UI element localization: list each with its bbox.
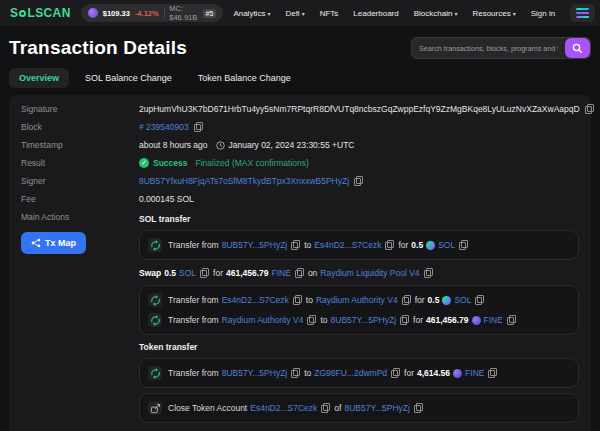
from-address-link[interactable]: 8UB57Y...5PHyZj xyxy=(222,240,288,250)
nav-sign-in[interactable]: Sign in xyxy=(531,9,555,18)
token-link[interactable]: FINE xyxy=(465,368,484,378)
copy-icon[interactable] xyxy=(475,295,484,305)
copy-icon[interactable] xyxy=(354,176,363,186)
copy-icon[interactable] xyxy=(295,268,304,278)
signer-address-link[interactable]: 8UB57YfxuH8FjqATs7oSfM8TkydBTpx3XnxxwB5P… xyxy=(139,176,349,186)
solana-menu-button[interactable] xyxy=(570,4,595,22)
close-account-row: Close Token Account Es4nD2...S7Cezk of 8… xyxy=(148,398,570,418)
result-confirmation: Finalized (MAX confirmations) xyxy=(196,158,309,168)
transfer-amount: 0.5 xyxy=(411,240,423,250)
nav-leaderboard[interactable]: Leaderboard xyxy=(353,9,398,18)
nav-blockchain[interactable]: Blockchain▾ xyxy=(414,9,458,18)
token-transfer-title: Token transfer xyxy=(139,340,579,356)
token-link[interactable]: FINE xyxy=(484,315,503,325)
copy-icon[interactable] xyxy=(507,315,516,325)
main-actions-content: SOL transfer Transfer from 8UB57Y...5PHy… xyxy=(139,212,579,423)
copy-icon[interactable] xyxy=(200,268,209,278)
close-account-text: of xyxy=(334,403,341,413)
sol-transfer-title: SOL transfer xyxy=(139,212,579,228)
tab-sol-balance-change[interactable]: SOL Balance Change xyxy=(75,68,182,88)
sol-token-icon xyxy=(426,241,435,250)
solscan-logo[interactable]: SLSCAN xyxy=(10,6,71,20)
to-address-link[interactable]: Es4nD2...S7Cezk xyxy=(314,240,381,250)
timestamp-absolute: January 02, 2024 23:30:55 +UTC xyxy=(229,140,355,150)
nav-analytics[interactable]: Analytics▾ xyxy=(233,9,270,18)
field-row-signer: Signer 8UB57YfxuH8FjqATs7oSfM8TkydBTpx3X… xyxy=(21,172,579,190)
token-link[interactable]: FINE xyxy=(272,268,291,278)
to-address-link[interactable]: ZG98FU...2dwmPd xyxy=(314,368,387,378)
tab-token-balance-change[interactable]: Token Balance Change xyxy=(188,68,301,88)
copy-icon[interactable] xyxy=(385,240,394,250)
field-label: Block xyxy=(21,122,139,132)
nav-defi[interactable]: Defi▾ xyxy=(285,9,304,18)
copy-icon[interactable] xyxy=(321,403,330,413)
field-label: Result xyxy=(21,158,139,168)
token-transfer-card: Transfer from 8UB57Y...5PHyZj to ZG98FU.… xyxy=(139,358,579,388)
token-link[interactable]: SOL xyxy=(438,240,455,250)
field-label: Fee xyxy=(21,194,139,204)
token-link[interactable]: SOL xyxy=(179,268,196,278)
nav-nfts[interactable]: NFTs xyxy=(320,9,339,18)
rank-badge: #5 xyxy=(203,9,217,18)
swap-circle-icon xyxy=(148,238,162,252)
sol-price-change: -4.12% xyxy=(135,9,159,18)
logo-text-rest: LSCAN xyxy=(27,6,70,20)
transfer-amount: 0.5 xyxy=(428,295,440,305)
copy-icon[interactable] xyxy=(291,368,300,378)
to-address-link[interactable]: 8UB57Y...5PHyZj xyxy=(331,315,397,325)
copy-icon[interactable] xyxy=(307,315,316,325)
copy-icon[interactable] xyxy=(391,368,400,378)
market-cap: MC: $46.91B xyxy=(169,4,197,22)
fee-value: 0.000145 SOL xyxy=(139,194,194,204)
transfer-text: for xyxy=(404,368,414,378)
copy-icon[interactable] xyxy=(293,295,302,305)
transfer-text: to xyxy=(320,315,327,325)
result-status: Success xyxy=(153,158,188,168)
field-row-result: Result ✓ Success Finalized (MAX confirma… xyxy=(21,154,579,172)
transfer-text: to xyxy=(304,368,311,378)
topbar: SLSCAN $109.33 -4.12% MC: $46.91B #5 Ana… xyxy=(0,0,600,26)
search-input[interactable] xyxy=(412,38,565,58)
copy-icon[interactable] xyxy=(585,104,594,114)
field-row-version: Transaction Version 0 xyxy=(21,427,579,431)
from-address-link[interactable]: Raydium Authority V4 xyxy=(222,315,304,325)
field-label: Signature xyxy=(21,104,139,114)
swap-text: for xyxy=(213,268,223,278)
transfer-row: Transfer from Es4nD2...S7Cezk to Raydium… xyxy=(148,290,570,310)
from-address-link[interactable]: Es4nD2...S7Cezk xyxy=(222,295,289,305)
owner-address-link[interactable]: 8UB57Y...5PHyZj xyxy=(344,403,410,413)
search-button[interactable] xyxy=(565,38,590,58)
swap-transfers-card: Transfer from Es4nD2...S7Cezk to Raydium… xyxy=(139,285,579,335)
field-row-block: Block # 239540903 xyxy=(21,118,579,136)
transfer-text: for xyxy=(413,315,423,325)
pool-link[interactable]: Raydium Liquidity Pool V4 xyxy=(320,268,419,278)
copy-icon[interactable] xyxy=(194,122,203,132)
fine-token-icon xyxy=(453,369,462,378)
copy-icon[interactable] xyxy=(402,295,411,305)
nav-resources[interactable]: Resources▾ xyxy=(472,9,515,18)
copy-icon[interactable] xyxy=(400,315,409,325)
tab-bar: Overview SOL Balance Change Token Balanc… xyxy=(9,68,591,88)
to-address-link[interactable]: Raydium Authority V4 xyxy=(316,295,398,305)
copy-icon[interactable] xyxy=(488,368,497,378)
copy-icon[interactable] xyxy=(424,268,433,278)
field-row-signature: Signature 2upHumVhU3K7bD671HrbTu4yy5sNm7… xyxy=(21,100,579,118)
from-address-link[interactable]: 8UB57Y...5PHyZj xyxy=(222,368,288,378)
success-check-icon: ✓ xyxy=(139,158,149,168)
block-link[interactable]: # 239540903 xyxy=(139,122,189,132)
tx-map-button[interactable]: Tx Map xyxy=(21,232,86,254)
account-link[interactable]: Es4nD2...S7Cezk xyxy=(250,403,317,413)
page-title: Transaction Details xyxy=(9,37,187,59)
sol-token-icon xyxy=(442,296,451,305)
transfer-text: Transfer from xyxy=(168,295,219,305)
copy-icon[interactable] xyxy=(414,403,423,413)
chevron-down-icon: ▾ xyxy=(267,10,270,17)
tab-overview[interactable]: Overview xyxy=(9,68,69,88)
sol-price-pill[interactable]: $109.33 -4.12% MC: $46.91B #5 xyxy=(81,4,224,22)
copy-icon[interactable] xyxy=(459,240,468,250)
close-account-card: Close Token Account Es4nD2...S7Cezk of 8… xyxy=(139,393,579,423)
copy-icon[interactable] xyxy=(291,240,300,250)
sol-coin-icon xyxy=(88,8,98,18)
token-link[interactable]: SOL xyxy=(454,295,471,305)
fine-token-icon xyxy=(472,316,481,325)
